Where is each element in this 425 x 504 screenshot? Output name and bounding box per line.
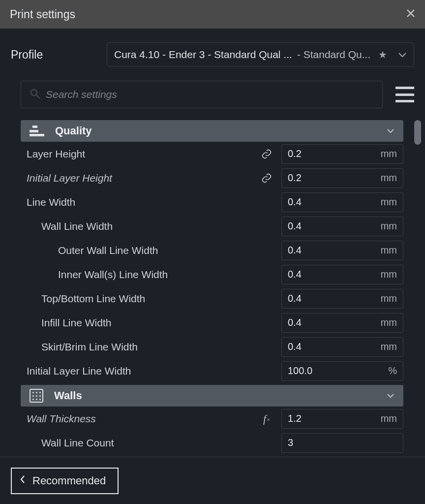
svg-line-1 [36, 95, 40, 98]
section-header-quality[interactable]: Quality [21, 120, 403, 142]
close-icon[interactable] [406, 8, 415, 21]
chevron-left-icon [20, 475, 26, 486]
setting-initial-layer-line-width: Initial Layer Line Width 100.0 % [21, 359, 403, 383]
setting-label: Skirt/Brim Line Width [41, 341, 277, 353]
search-input[interactable]: Search settings [21, 81, 383, 108]
fx-icon[interactable]: f× [260, 412, 273, 425]
value-input[interactable]: 0.4 mm [281, 265, 403, 284]
recommended-label: Recommended [32, 474, 106, 487]
value-input[interactable]: 0.4 mm [281, 217, 403, 236]
profile-text-main: Cura 4.10 - Ender 3 - Standard Qual ... [114, 49, 292, 61]
value-input[interactable]: 0.2 mm [281, 144, 403, 164]
setting-label: Infill Line Width [41, 317, 277, 329]
profile-row: Profile Cura 4.10 - Ender 3 - Standard Q… [0, 29, 425, 77]
profile-text-sub: - Standard Qu... [297, 49, 370, 61]
star-icon[interactable]: ★ [378, 49, 387, 61]
setting-label: Top/Bottom Line Width [41, 293, 277, 305]
section-title-walls: Walls [54, 389, 376, 402]
setting-label: Initial Layer Height [27, 172, 256, 184]
setting-label: Line Width [27, 196, 277, 208]
value-input[interactable]: 0.4 mm [281, 289, 403, 309]
setting-label: Inner Wall(s) Line Width [58, 269, 277, 281]
chevron-down-icon[interactable] [398, 50, 407, 60]
scrollbar[interactable] [414, 120, 421, 145]
value-input[interactable]: 0.2 mm [281, 168, 403, 188]
search-placeholder: Search settings [46, 89, 117, 100]
search-icon [29, 88, 41, 101]
svg-point-0 [31, 90, 37, 95]
profile-dropdown[interactable]: Cura 4.10 - Ender 3 - Standard Qual ... … [107, 42, 414, 67]
search-row: Search settings [0, 81, 425, 108]
setting-initial-layer-height: Initial Layer Height 0.2 mm [21, 166, 403, 190]
chevron-down-icon [387, 126, 395, 135]
setting-outer-wall-line-width: Outer Wall Line Width 0.4 mm [21, 238, 403, 262]
window-title: Print settings [10, 8, 75, 21]
hamburger-icon[interactable] [395, 87, 414, 102]
setting-top-bottom-line-width: Top/Bottom Line Width 0.4 mm [21, 286, 403, 311]
setting-line-width: Line Width 0.4 mm [21, 190, 403, 214]
titlebar: Print settings [0, 0, 425, 29]
settings-panel: Quality Layer Height 0.2 mm Initial Laye… [0, 120, 425, 455]
setting-wall-thickness: Wall Thickness f× 1.2 mm [21, 407, 403, 431]
link-icon[interactable] [260, 173, 273, 184]
recommended-button[interactable]: Recommended [11, 468, 119, 494]
walls-icon [30, 389, 43, 403]
setting-skirt-brim-line-width: Skirt/Brim Line Width 0.4 mm [21, 335, 403, 359]
setting-label: Outer Wall Line Width [58, 245, 277, 256]
setting-label: Wall Thickness [27, 413, 256, 425]
setting-wall-line-width: Wall Line Width 0.4 mm [21, 214, 403, 238]
link-icon[interactable] [260, 149, 273, 159]
quality-icon [30, 126, 44, 136]
setting-wall-line-count: Wall Line Count 3 [21, 431, 403, 455]
value-input[interactable]: 1.2 mm [281, 409, 403, 429]
section-header-walls[interactable]: Walls [21, 385, 403, 407]
setting-layer-height: Layer Height 0.2 mm [21, 142, 403, 166]
setting-label: Layer Height [27, 148, 256, 160]
setting-label: Wall Line Count [41, 437, 277, 449]
setting-label: Initial Layer Line Width [27, 365, 277, 377]
section-title-quality: Quality [55, 125, 376, 137]
value-input[interactable]: 3 [281, 433, 403, 453]
bottom-bar: Recommended [0, 457, 425, 504]
value-input[interactable]: 0.4 mm [281, 241, 403, 260]
profile-label: Profile [11, 48, 97, 62]
value-input[interactable]: 0.4 mm [281, 337, 403, 357]
value-input[interactable]: 0.4 mm [281, 192, 403, 212]
value-input[interactable]: 0.4 mm [281, 313, 403, 333]
setting-label: Wall Line Width [41, 220, 277, 232]
value-input[interactable]: 100.0 % [281, 361, 403, 381]
setting-infill-line-width: Infill Line Width 0.4 mm [21, 311, 403, 335]
setting-inner-wall-line-width: Inner Wall(s) Line Width 0.4 mm [21, 262, 403, 286]
chevron-down-icon [387, 391, 395, 400]
